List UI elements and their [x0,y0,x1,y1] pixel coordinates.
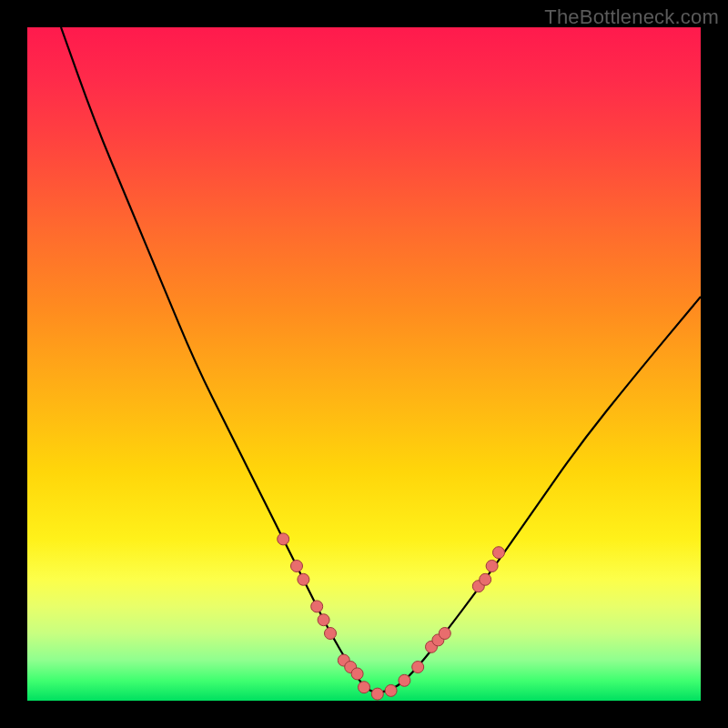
data-point [399,674,410,686]
data-point [359,682,370,693]
data-point [298,573,309,585]
data-point [426,641,438,652]
data-point [291,561,303,572]
chart-plot-area [27,27,701,701]
data-point [338,654,349,666]
data-point [371,688,383,700]
data-point [325,628,337,640]
bottleneck-curve [27,27,701,701]
data-point [351,668,363,680]
data-point [278,533,289,545]
data-points-layer [27,27,701,701]
data-point [493,547,505,559]
data-point [439,628,450,640]
data-point [345,662,357,673]
data-point [412,662,424,673]
data-point [480,573,491,585]
data-point [385,684,397,696]
data-point [472,581,484,592]
data-point [432,634,444,646]
data-points-group [278,533,505,700]
chart-stage: TheBottleneck.com [0,0,728,728]
data-point [311,601,323,612]
curve-path [61,27,701,693]
data-point [486,561,498,572]
data-point [318,614,329,626]
watermark-text: TheBottleneck.com [544,5,719,29]
